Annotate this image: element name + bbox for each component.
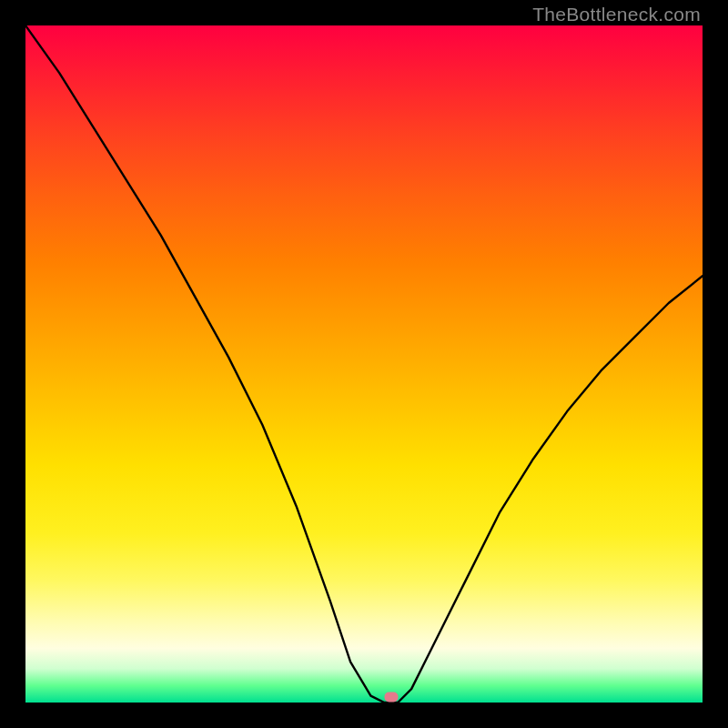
chart-plot-area (25, 25, 703, 703)
watermark-text: TheBottleneck.com (532, 4, 701, 25)
bottleneck-curve (25, 25, 703, 703)
minimum-marker (384, 693, 398, 703)
